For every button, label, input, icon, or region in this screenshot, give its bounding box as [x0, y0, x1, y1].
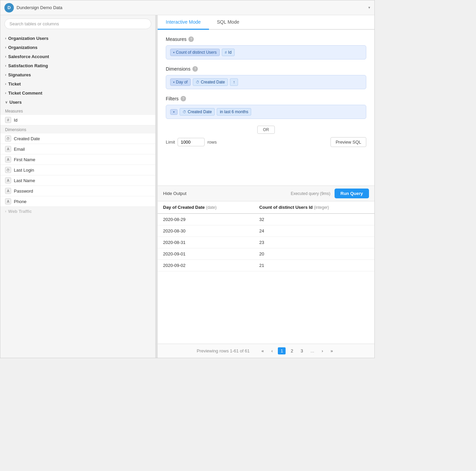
table-row: 2020-08-30 24	[158, 225, 374, 237]
pagination-first[interactable]: «	[259, 347, 266, 354]
table-row: 2020-09-02 21	[158, 260, 374, 271]
col-header-date[interactable]: Day of Created Date (date)	[158, 201, 254, 214]
sidebar-item-satisfaction[interactable]: › Satisfaction Rating	[0, 61, 155, 70]
preview-sql-button[interactable]: Preview SQL	[330, 137, 366, 147]
chevron-down-icon[interactable]: ▾	[368, 5, 370, 10]
filters-pill: ▾ ⏱ Created Date in last 6 months	[166, 105, 366, 119]
or-button-container: OR	[166, 126, 366, 134]
results-container: Day of Created Date (date) Count of dist…	[158, 201, 374, 344]
pagination-page-1[interactable]: 1	[278, 347, 286, 354]
dropdown-arrow-icon: ▾	[173, 51, 175, 54]
pagination-page-3[interactable]: 3	[298, 347, 306, 354]
sidebar-item-signatures[interactable]: › Signatures	[0, 70, 155, 79]
text-icon: A	[5, 156, 11, 163]
hide-output-button[interactable]: Hide Output	[163, 191, 186, 196]
table-row: 2020-08-29 32	[158, 214, 374, 225]
field-last-name[interactable]: A Last Name	[0, 175, 155, 186]
chevron-right-icon: ›	[5, 36, 6, 40]
sidebar-item-ticket[interactable]: › Ticket	[0, 79, 155, 89]
filters-section: Filters ? ▾ ⏱ Created Date in last 6 mon…	[166, 96, 366, 119]
field-created-date[interactable]: ⏱ Created Date	[0, 133, 155, 144]
rows-label: rows	[207, 140, 216, 145]
clock-icon: ⏱	[183, 110, 186, 114]
sidebar-scroll: › Organization Users › Organizations › S…	[0, 32, 155, 358]
query-builder: Measures ? ▾ Count of distinct Users # I…	[158, 30, 374, 185]
cell-date: 2020-08-31	[158, 237, 254, 248]
dimensions-header: Dimensions ?	[166, 66, 366, 72]
filter-value[interactable]: in last 6 months	[217, 108, 251, 116]
run-query-button[interactable]: Run Query	[335, 189, 369, 198]
chevron-right-icon: ›	[5, 55, 6, 58]
field-last-login[interactable]: ⏱ Last Login	[0, 165, 155, 175]
sidebar-item-org-users[interactable]: › Organization Users	[0, 34, 155, 43]
filters-help-icon[interactable]: ?	[181, 96, 186, 101]
dimensions-section: Dimensions ? ▾ Day of ⏱ Created Date ↑	[166, 66, 366, 89]
text-icon: A	[5, 188, 11, 194]
dimensions-dropdown[interactable]: ▾ Day of	[170, 78, 191, 86]
search-input[interactable]: Search tables or columns	[4, 19, 151, 29]
cell-count: 32	[254, 214, 374, 225]
limit-label: Limit	[166, 140, 175, 145]
sidebar-item-users[interactable]: ∨ Users	[0, 98, 155, 107]
measures-field[interactable]: # Id	[222, 49, 235, 56]
field-id[interactable]: # Id	[0, 115, 155, 125]
chevron-right-icon: ›	[5, 46, 6, 49]
pagination-page-2[interactable]: 2	[288, 347, 295, 354]
dimensions-sort-btn[interactable]: ↑	[230, 78, 238, 86]
pagination-next[interactable]: ›	[319, 347, 325, 354]
chevron-right-icon: ›	[5, 91, 6, 95]
cell-date: 2020-08-30	[158, 225, 254, 237]
top-bar: D Dundersign Demo Data ▾	[0, 0, 374, 15]
pagination-dots: ...	[308, 347, 317, 354]
hash-icon: #	[225, 50, 227, 54]
chevron-right-icon: ›	[5, 73, 6, 77]
cell-date: 2020-08-29	[158, 214, 254, 225]
dimensions-pill: ▾ Day of ⏱ Created Date ↑	[166, 75, 366, 89]
table-row: 2020-09-01 20	[158, 248, 374, 260]
tab-interactive[interactable]: Interactive Mode	[158, 15, 209, 30]
cell-count: 20	[254, 248, 374, 260]
chevron-right-icon: ›	[5, 209, 6, 213]
filters-field[interactable]: ⏱ Created Date	[180, 108, 215, 116]
chevron-down-icon: ∨	[5, 100, 7, 104]
hash-icon: #	[5, 117, 11, 123]
cell-count: 23	[254, 237, 374, 248]
measures-dropdown[interactable]: ▾ Count of distinct Users	[170, 49, 220, 56]
tab-sql[interactable]: SQL Mode	[209, 15, 247, 30]
results-table: Day of Created Date (date) Count of dist…	[158, 201, 374, 271]
sidebar-item-organizations[interactable]: › Organizations	[0, 43, 155, 52]
measures-section-label: Measures	[0, 107, 155, 115]
field-first-name[interactable]: A First Name	[0, 154, 155, 165]
field-email[interactable]: A Email	[0, 144, 155, 154]
mode-tabs: Interactive Mode SQL Mode	[158, 15, 374, 30]
filters-header: Filters ?	[166, 96, 366, 101]
clock-icon: ⏱	[196, 80, 200, 84]
sidebar-item-web-traffic[interactable]: › Web Traffic	[0, 207, 155, 216]
sidebar-item-salesforce[interactable]: › Salesforce Account	[0, 52, 155, 61]
output-bar: Hide Output Executed query (9ms) Run Que…	[158, 185, 374, 201]
pagination-prev[interactable]: ‹	[269, 347, 275, 354]
datasource-name: Dundersign Demo Data	[17, 5, 367, 10]
pagination-last[interactable]: »	[328, 347, 335, 354]
chevron-right-icon: ›	[5, 64, 6, 68]
pagination-bar: Previewing rows 1-61 of 61 « ‹ 1 2 3 ...…	[158, 344, 374, 358]
exec-info: Executed query (9ms)	[291, 191, 330, 196]
cell-date: 2020-09-01	[158, 248, 254, 260]
text-icon: A	[5, 177, 11, 183]
limit-input[interactable]	[178, 138, 205, 146]
cell-count: 21	[254, 260, 374, 271]
filters-dropdown[interactable]: ▾	[170, 109, 178, 115]
or-button[interactable]: OR	[257, 126, 275, 134]
dimensions-section-label: Dimensions	[0, 125, 155, 133]
limit-row: Limit rows Preview SQL	[166, 137, 366, 147]
col-header-count[interactable]: Count of distinct Users Id (integer)	[254, 201, 374, 214]
sidebar-item-ticket-comment[interactable]: › Ticket Comment	[0, 89, 155, 98]
dimensions-help-icon[interactable]: ?	[192, 66, 198, 72]
field-phone[interactable]: A Phone	[0, 196, 155, 207]
text-icon: A	[5, 198, 11, 204]
cell-count: 24	[254, 225, 374, 237]
field-password[interactable]: A Password	[0, 186, 155, 196]
measures-help-icon[interactable]: ?	[188, 36, 194, 42]
measures-section: Measures ? ▾ Count of distinct Users # I…	[166, 36, 366, 59]
dimensions-field[interactable]: ⏱ Created Date	[193, 78, 228, 86]
